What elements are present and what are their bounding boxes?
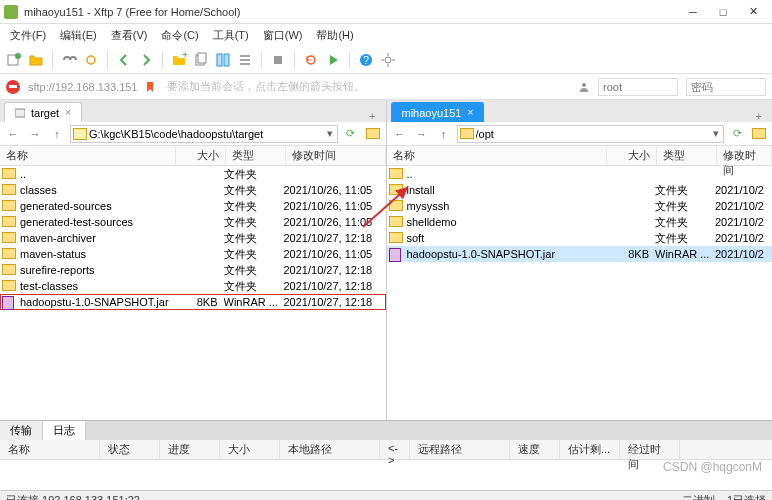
arrow-right-icon[interactable] (138, 52, 154, 68)
file-type: 文件夹 (224, 231, 284, 246)
dropdown-icon[interactable]: ▾ (325, 127, 335, 140)
local-path-box[interactable]: ▾ (70, 125, 338, 143)
file-row[interactable]: ..文件夹 (0, 166, 386, 182)
th-elapsed[interactable]: 经过时间 (620, 440, 680, 459)
forward-button[interactable]: → (413, 125, 431, 143)
maximize-button[interactable]: □ (708, 2, 738, 22)
file-row[interactable]: maven-archiver文件夹2021/10/27, 12:18 (0, 230, 386, 246)
tab-log[interactable]: 日志 (43, 421, 86, 440)
back-button[interactable]: ← (4, 125, 22, 143)
tab-close-icon[interactable]: × (65, 107, 71, 118)
play-icon[interactable] (325, 52, 341, 68)
file-row[interactable]: test-classes文件夹2021/10/27, 12:18 (0, 278, 386, 294)
col-name[interactable]: 名称 (387, 146, 608, 165)
file-row[interactable]: hadoopstu-1.0-SNAPSHOT.jar8KBWinRAR ...2… (387, 246, 773, 262)
th-status[interactable]: 状态 (100, 440, 160, 459)
file-name: maven-status (20, 248, 174, 260)
link-icon[interactable] (61, 52, 77, 68)
new-folder-icon[interactable] (364, 125, 382, 143)
th-eta[interactable]: 估计剩... (560, 440, 620, 459)
th-remote[interactable]: 远程路径 (410, 440, 510, 459)
remote-filelist[interactable]: ..install文件夹2021/10/2mysyssh文件夹2021/10/2… (387, 166, 773, 420)
col-date[interactable]: 修改时间 (717, 146, 772, 165)
menu-help[interactable]: 帮助(H) (310, 26, 359, 45)
th-name[interactable]: 名称 (0, 440, 100, 459)
file-row[interactable]: maven-status文件夹2021/10/26, 11:05 (0, 246, 386, 262)
menu-window[interactable]: 窗口(W) (257, 26, 309, 45)
remote-path-box[interactable]: ▾ (457, 125, 725, 143)
sftp-url[interactable]: sftp://192.168.133.151 (28, 81, 137, 93)
local-tab[interactable]: target × (4, 102, 82, 122)
copy-icon[interactable] (193, 52, 209, 68)
new-session-icon[interactable] (6, 52, 22, 68)
folder-icon (2, 216, 16, 228)
list-icon[interactable] (237, 52, 253, 68)
username-input[interactable] (598, 78, 678, 96)
file-row[interactable]: shelldemo文件夹2021/10/2 (387, 214, 773, 230)
new-folder-icon[interactable]: + (171, 52, 187, 68)
th-local[interactable]: 本地路径 (280, 440, 380, 459)
forward-button[interactable]: → (26, 125, 44, 143)
close-button[interactable]: ✕ (738, 2, 768, 22)
th-size[interactable]: 大小 (220, 440, 280, 459)
menu-file[interactable]: 文件(F) (4, 26, 52, 45)
file-row[interactable]: hadoopstu-1.0-SNAPSHOT.jar8KBWinRAR ...2… (0, 294, 386, 310)
refresh-icon[interactable] (303, 52, 319, 68)
file-row[interactable]: mysyssh文件夹2021/10/2 (387, 198, 773, 214)
sync-icon[interactable] (83, 52, 99, 68)
file-row[interactable]: surefire-reports文件夹2021/10/27, 12:18 (0, 262, 386, 278)
settings-icon[interactable] (380, 52, 396, 68)
minimize-button[interactable]: ─ (678, 2, 708, 22)
tab-close-icon[interactable]: × (467, 107, 473, 118)
file-row[interactable]: .. (387, 166, 773, 182)
refresh-icon[interactable]: ⟳ (728, 125, 746, 143)
th-progress[interactable]: 进度 (160, 440, 220, 459)
refresh-icon[interactable]: ⟳ (342, 125, 360, 143)
remote-path-input[interactable] (476, 128, 710, 140)
col-type[interactable]: 类型 (657, 146, 717, 165)
new-tab-button[interactable]: + (363, 110, 381, 122)
file-row[interactable]: install文件夹2021/10/2 (387, 182, 773, 198)
th-speed[interactable]: 速度 (510, 440, 560, 459)
stop-icon[interactable] (270, 52, 286, 68)
file-row[interactable]: generated-sources文件夹2021/10/26, 11:05 (0, 198, 386, 214)
th-dir[interactable]: <-> (380, 440, 410, 459)
local-path-input[interactable] (89, 128, 323, 140)
file-name: .. (20, 168, 174, 180)
folder-icon (2, 280, 16, 292)
layout-icon[interactable] (215, 52, 231, 68)
menu-command[interactable]: 命令(C) (155, 26, 204, 45)
file-row[interactable]: generated-test-sources文件夹2021/10/26, 11:… (0, 214, 386, 230)
bookmark-icon[interactable] (145, 82, 155, 92)
password-input[interactable] (686, 78, 766, 96)
tab-transfer[interactable]: 传输 (0, 421, 43, 440)
file-row[interactable]: soft文件夹2021/10/2 (387, 230, 773, 246)
dropdown-icon[interactable]: ▾ (711, 127, 721, 140)
file-date: 2021/10/26, 11:05 (284, 248, 384, 260)
back-button[interactable]: ← (391, 125, 409, 143)
menu-tools[interactable]: 工具(T) (207, 26, 255, 45)
col-type[interactable]: 类型 (226, 146, 286, 165)
remote-tab[interactable]: mihaoyu151 × (391, 102, 485, 122)
file-type: WinRAR ... (655, 248, 715, 260)
up-button[interactable]: ↑ (48, 125, 66, 143)
remote-pane: mihaoyu151 × + ← → ↑ ▾ ⟳ 名称 大小 类型 修改时间 .… (387, 100, 773, 420)
help-icon[interactable]: ? (358, 52, 374, 68)
svg-rect-7 (274, 56, 282, 64)
col-date[interactable]: 修改时间 (286, 146, 386, 165)
new-folder-icon[interactable] (750, 125, 768, 143)
file-row[interactable]: classes文件夹2021/10/26, 11:05 (0, 182, 386, 198)
col-size[interactable]: 大小 (176, 146, 226, 165)
open-icon[interactable] (28, 52, 44, 68)
arrow-left-icon[interactable] (116, 52, 132, 68)
file-name: shelldemo (407, 216, 606, 228)
col-name[interactable]: 名称 (0, 146, 176, 165)
new-tab-button[interactable]: + (750, 110, 768, 122)
local-filelist[interactable]: ..文件夹classes文件夹2021/10/26, 11:05generate… (0, 166, 386, 420)
col-size[interactable]: 大小 (607, 146, 657, 165)
file-type: 文件夹 (224, 279, 284, 294)
svg-point-11 (582, 83, 586, 87)
up-button[interactable]: ↑ (435, 125, 453, 143)
menu-view[interactable]: 查看(V) (105, 26, 154, 45)
menu-edit[interactable]: 编辑(E) (54, 26, 103, 45)
